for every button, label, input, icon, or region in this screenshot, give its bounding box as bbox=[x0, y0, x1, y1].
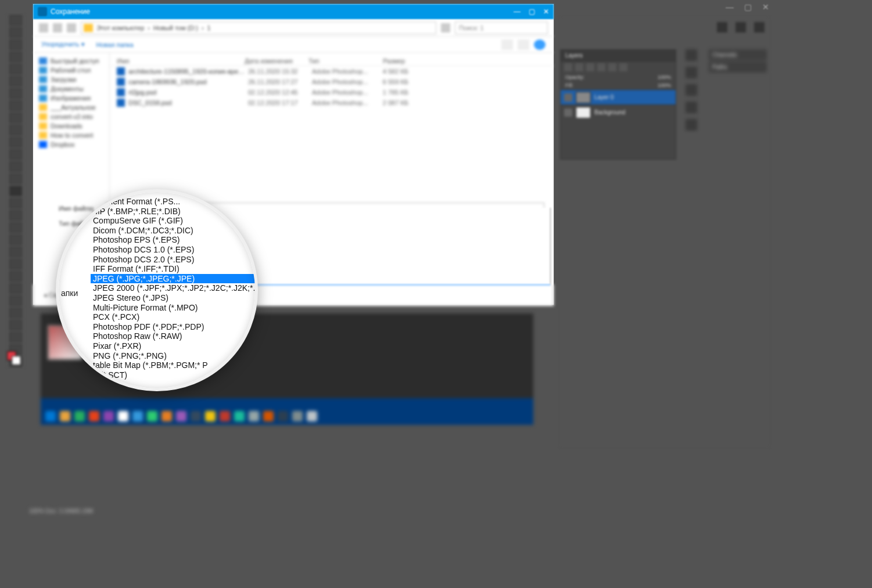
hand-tool[interactable] bbox=[9, 247, 22, 257]
channels-panel-tab[interactable]: Channels bbox=[709, 49, 767, 60]
taskbar-app-icon[interactable] bbox=[205, 411, 216, 421]
edit-toolbar[interactable] bbox=[9, 271, 22, 282]
taskbar-app-icon[interactable] bbox=[103, 411, 114, 421]
dialog-minimize[interactable]: — bbox=[514, 8, 521, 16]
layer-row[interactable]: Layer 0 bbox=[561, 89, 676, 104]
filetype-option[interactable]: Photoshop DCS 2.0 (*.EPS) bbox=[91, 255, 258, 265]
marquee-tool[interactable] bbox=[9, 27, 22, 38]
taskbar-app-icon[interactable] bbox=[307, 411, 317, 421]
crop-tool[interactable] bbox=[9, 64, 22, 74]
sidebar-item[interactable]: How to convert bbox=[33, 131, 109, 140]
taskbar-app-icon[interactable] bbox=[249, 411, 259, 421]
new-folder-button[interactable]: Новая папка bbox=[96, 41, 134, 48]
arrange-icon[interactable] bbox=[735, 22, 746, 33]
search-icon[interactable] bbox=[717, 22, 727, 33]
filetype-option[interactable]: JPEG (*.JPG;*.JPEG;*.JPE) bbox=[91, 274, 258, 284]
workspace-icon[interactable] bbox=[754, 22, 765, 33]
brush-tool[interactable] bbox=[9, 113, 22, 123]
panel-icon[interactable] bbox=[686, 67, 697, 78]
nav-forward[interactable] bbox=[53, 23, 62, 33]
filetype-option[interactable]: JPEG Stereo (*.JPS) bbox=[91, 293, 258, 303]
blur-tool[interactable] bbox=[9, 174, 22, 184]
col-size[interactable]: Размер bbox=[370, 57, 405, 64]
taskbar-app-icon[interactable] bbox=[220, 411, 230, 421]
taskbar-app-icon[interactable] bbox=[147, 411, 157, 421]
taskbar-app-icon[interactable] bbox=[162, 411, 172, 421]
nav-up[interactable] bbox=[67, 23, 76, 33]
more-tool-1[interactable] bbox=[9, 283, 22, 294]
sidebar-item[interactable]: Загрузки bbox=[33, 75, 109, 84]
shape-tool[interactable] bbox=[9, 235, 22, 245]
type-tool[interactable] bbox=[9, 210, 22, 221]
filetype-option[interactable]: Multi-Picture Format (*.MPO) bbox=[91, 303, 258, 313]
taskbar-app-icon[interactable] bbox=[278, 411, 288, 421]
file-row[interactable]: architecture-1150895_1920-копия-времен..… bbox=[110, 66, 554, 77]
taskbar-app-icon[interactable] bbox=[74, 411, 85, 421]
col-date[interactable]: Дата изменения bbox=[245, 57, 308, 64]
breadcrumb-item[interactable]: Этот компьютер bbox=[96, 24, 144, 31]
paths-panel-tab[interactable]: Paths bbox=[709, 62, 767, 73]
more-tool-3[interactable] bbox=[9, 308, 22, 318]
view-options[interactable] bbox=[501, 39, 513, 50]
breadcrumb-item[interactable]: Новый том (D:) bbox=[153, 24, 198, 31]
pen-tool[interactable] bbox=[9, 198, 22, 208]
taskbar-app-icon[interactable] bbox=[132, 411, 143, 421]
panel-icon[interactable] bbox=[686, 102, 697, 113]
panel-icon[interactable] bbox=[686, 119, 697, 131]
window-close[interactable]: ✕ bbox=[762, 2, 769, 12]
sidebar-item[interactable]: Dropbox bbox=[33, 140, 109, 149]
taskbar-app-icon[interactable] bbox=[89, 411, 99, 421]
dialog-maximize[interactable]: ▢ bbox=[529, 8, 535, 16]
breadcrumb[interactable]: Этот компьютер› Новый том (D:)› 1 bbox=[81, 21, 436, 34]
nav-refresh[interactable] bbox=[441, 23, 450, 33]
sidebar-item[interactable]: Быстрый доступ bbox=[33, 56, 109, 66]
background-color[interactable] bbox=[12, 356, 21, 365]
gradient-tool[interactable] bbox=[9, 161, 22, 172]
move-tool[interactable] bbox=[9, 15, 22, 26]
more-tool-4[interactable] bbox=[9, 320, 22, 330]
filetype-option[interactable]: Photoshop PDF (*.PDF;*.PDP) bbox=[91, 322, 258, 332]
taskbar-app-icon[interactable] bbox=[263, 411, 274, 421]
fill-value[interactable]: 100% bbox=[658, 82, 671, 88]
sidebar-item[interactable]: Изображения bbox=[33, 93, 109, 103]
filetype-option[interactable]: Photoshop EPS (*.EPS) bbox=[91, 235, 258, 245]
lasso-tool[interactable] bbox=[9, 39, 22, 50]
heal-tool[interactable] bbox=[9, 100, 22, 111]
file-row[interactable]: camera-1869936_1920.psd 26.11.2020 17:27… bbox=[110, 77, 554, 87]
search-input[interactable]: Поиск: 1 bbox=[455, 21, 548, 34]
taskbar-app-icon[interactable] bbox=[191, 411, 201, 421]
view-options-chevron[interactable] bbox=[518, 39, 529, 50]
eraser-tool[interactable] bbox=[9, 149, 22, 160]
help-icon[interactable] bbox=[534, 39, 546, 50]
eyedropper-tool[interactable] bbox=[9, 88, 22, 99]
taskbar-app-icon[interactable] bbox=[45, 411, 56, 421]
taskbar-app-icon[interactable] bbox=[292, 411, 303, 421]
filetype-option[interactable]: Dicom (*.DCM;*.DC3;*.DIC) bbox=[91, 226, 258, 236]
color-swatches[interactable] bbox=[7, 351, 16, 370]
window-maximize[interactable]: ▢ bbox=[744, 2, 752, 12]
path-tool[interactable] bbox=[9, 222, 22, 233]
opacity-value[interactable]: 100% bbox=[658, 74, 671, 80]
filetype-option[interactable]: Photoshop Raw (*.RAW) bbox=[91, 331, 258, 341]
filetype-option[interactable]: JPEG 2000 (*.JPF;*.JPX;*.JP2;*.J2C;*.J2K… bbox=[91, 283, 258, 293]
nav-back[interactable] bbox=[39, 23, 48, 33]
taskbar-app-icon[interactable] bbox=[118, 411, 128, 421]
filetype-option[interactable]: IFF Format (*.IFF;*.TDI) bbox=[91, 264, 258, 274]
filetype-option[interactable]: Pixar (*.PXR) bbox=[91, 341, 258, 351]
sidebar-item[interactable]: Downloads bbox=[33, 121, 109, 131]
dodge-tool[interactable] bbox=[9, 186, 22, 196]
sidebar-item[interactable]: Документы bbox=[33, 84, 109, 93]
taskbar-app-icon[interactable] bbox=[234, 411, 245, 421]
visibility-icon[interactable] bbox=[564, 93, 572, 102]
taskbar-app-icon[interactable] bbox=[176, 411, 186, 421]
history-brush-tool[interactable] bbox=[9, 137, 22, 147]
sidebar-item[interactable]: convert-v2-into bbox=[33, 112, 109, 121]
visibility-icon[interactable] bbox=[564, 109, 572, 117]
window-minimize[interactable]: — bbox=[726, 2, 734, 12]
sidebar-item[interactable]: Рабочий стол bbox=[33, 66, 109, 75]
filetype-option[interactable]: PCX (*.PCX) bbox=[91, 312, 258, 322]
stamp-tool[interactable] bbox=[9, 125, 22, 135]
more-tool-5[interactable] bbox=[9, 332, 22, 342]
taskbar-app-icon[interactable] bbox=[60, 411, 70, 421]
frame-tool[interactable] bbox=[9, 76, 22, 86]
